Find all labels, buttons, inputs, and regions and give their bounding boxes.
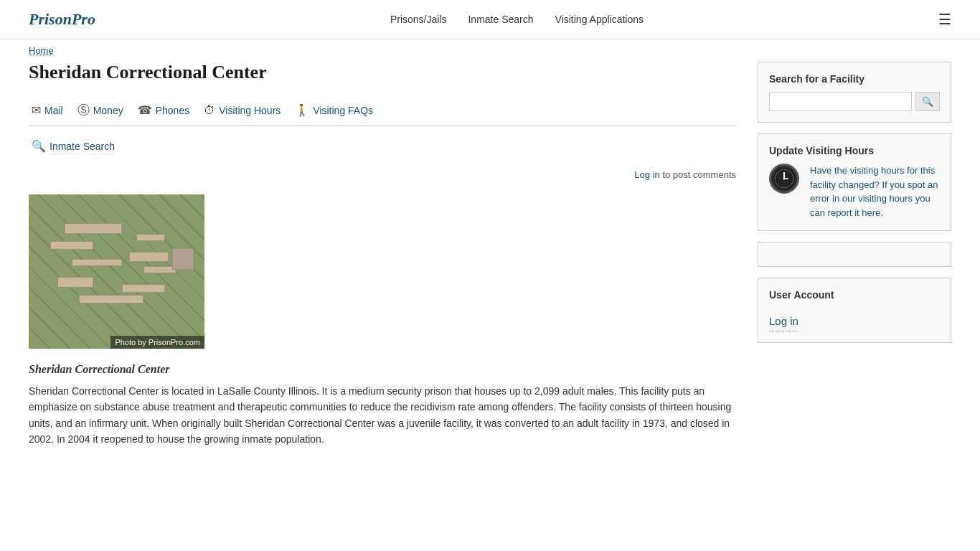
svg-point-3 bbox=[783, 178, 786, 180]
building-3 bbox=[72, 259, 122, 266]
login-line-text: to post comments bbox=[662, 169, 736, 180]
facility-subtitle: Sheridan Correctional Center bbox=[29, 363, 736, 376]
login-line: Log in to post comments bbox=[29, 169, 736, 180]
search-input-container: 🔍 bbox=[769, 92, 940, 111]
building-7 bbox=[129, 252, 169, 262]
search-facility-box: Search for a Facility 🔍 bbox=[758, 62, 951, 123]
tab-money[interactable]: Ⓢ Money bbox=[75, 96, 135, 126]
header: PrisonPro Prisons/Jails Inmate Search Vi… bbox=[0, 0, 980, 39]
tab-visiting-faqs-label: Visiting FAQs bbox=[313, 105, 373, 116]
clock-svg bbox=[773, 168, 795, 189]
tab-money-label: Money bbox=[93, 105, 123, 116]
update-box-content: Have the visiting hours for this facilit… bbox=[769, 164, 940, 220]
tab-visiting-hours[interactable]: ⏱ Visiting Hours bbox=[201, 96, 292, 126]
update-visiting-link[interactable]: Have the visiting hours for this facilit… bbox=[810, 165, 938, 218]
visitor-icon: 🚶 bbox=[295, 103, 309, 117]
user-login-link[interactable]: Log in bbox=[769, 311, 798, 331]
tab-visiting-faqs[interactable]: 🚶 Visiting FAQs bbox=[292, 96, 385, 126]
empty-sidebar-box bbox=[758, 242, 951, 267]
main-nav: Prisons/Jails Inmate Search Visiting App… bbox=[390, 14, 644, 25]
aerial-view bbox=[29, 194, 204, 349]
phones-icon: ☎ bbox=[138, 103, 152, 117]
nav-visiting-applications[interactable]: Visiting Applications bbox=[555, 14, 644, 25]
login-link[interactable]: Log in bbox=[634, 169, 659, 180]
building-4 bbox=[57, 277, 93, 288]
update-visiting-hours-box: Update Visiting Hours bbox=[758, 133, 951, 231]
nav-prisons-jails[interactable]: Prisons/Jails bbox=[390, 14, 447, 25]
tab-phones-label: Phones bbox=[156, 105, 189, 116]
facility-search-button[interactable]: 🔍 bbox=[915, 92, 940, 111]
breadcrumb: Home bbox=[0, 39, 980, 62]
update-visiting-text: Have the visiting hours for this facilit… bbox=[810, 164, 940, 220]
building-10 bbox=[172, 248, 194, 270]
facility-tabs: ✉ Mail Ⓢ Money ☎ Phones ⏱ Visiting Hours… bbox=[29, 96, 736, 126]
building-9 bbox=[122, 284, 165, 293]
image-caption: Photo by PrisonPro.com bbox=[110, 336, 204, 349]
clock-icon-container bbox=[769, 164, 801, 196]
tab-visiting-hours-label: Visiting Hours bbox=[219, 105, 281, 116]
search-facility-title: Search for a Facility bbox=[769, 73, 940, 85]
update-visiting-title: Update Visiting Hours bbox=[769, 145, 940, 156]
building-2 bbox=[50, 241, 93, 250]
tab-phones[interactable]: ☎ Phones bbox=[135, 96, 201, 126]
facility-search-input[interactable] bbox=[769, 92, 912, 111]
clock-icon bbox=[769, 164, 799, 194]
main-content: Sheridan Correctional Center ✉ Mail Ⓢ Mo… bbox=[29, 62, 736, 448]
sidebar: Search for a Facility 🔍 Update Visiting … bbox=[758, 62, 951, 448]
breadcrumb-home[interactable]: Home bbox=[29, 45, 54, 56]
user-account-box: User Account Log in bbox=[758, 278, 951, 343]
mail-icon: ✉ bbox=[32, 103, 41, 117]
page-layout: Sheridan Correctional Center ✉ Mail Ⓢ Mo… bbox=[0, 62, 980, 476]
clock-face bbox=[773, 168, 795, 189]
tab-inmate-search[interactable]: 🔍 Inmate Search bbox=[29, 133, 736, 159]
tab-mail[interactable]: ✉ Mail bbox=[29, 96, 75, 126]
user-account-title: User Account bbox=[769, 289, 940, 301]
aerial-background bbox=[29, 194, 204, 349]
building-6 bbox=[136, 234, 165, 241]
hamburger-menu-icon[interactable]: ☰ bbox=[938, 11, 951, 28]
nav-inmate-search[interactable]: Inmate Search bbox=[468, 14, 533, 25]
tab-inmate-search-label: Inmate Search bbox=[50, 141, 115, 152]
building-1 bbox=[65, 223, 122, 234]
clock-tab-icon: ⏱ bbox=[204, 104, 215, 117]
building-8 bbox=[143, 266, 176, 273]
facility-description: Sheridan Correctional Center is located … bbox=[29, 383, 736, 448]
search-tab-icon: 🔍 bbox=[32, 139, 46, 153]
money-icon: Ⓢ bbox=[77, 102, 90, 118]
page-title: Sheridan Correctional Center bbox=[29, 62, 736, 83]
facility-image: Photo by PrisonPro.com bbox=[29, 194, 204, 349]
site-logo[interactable]: PrisonPro bbox=[29, 10, 95, 29]
tab-mail-label: Mail bbox=[44, 105, 63, 116]
building-5 bbox=[79, 295, 143, 303]
